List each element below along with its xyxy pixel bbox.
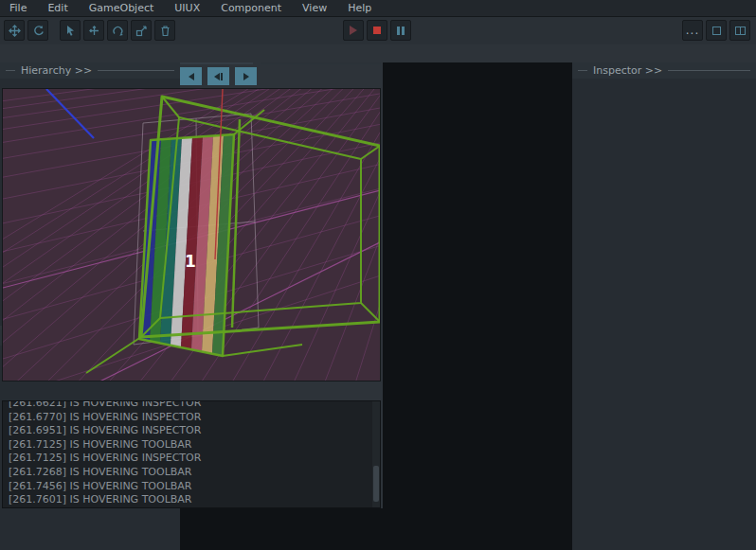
inspector-title: Inspector >> [593, 64, 662, 77]
log-line: [261.6770] IS HOVERING INSPECTOR [9, 411, 374, 425]
scrollbar-thumb[interactable] [373, 466, 379, 502]
menu-file[interactable]: File [9, 2, 27, 14]
log-line: [261.7125] IS HOVERING TOOLBAR [9, 438, 374, 452]
menu-uiux[interactable]: UIUX [174, 2, 200, 14]
center-panel: 800x600 Game Scene Gizmo 2D [0, 44, 383, 508]
console-log[interactable]: [261.6621] IS HOVERING INSPECTOR [261.67… [2, 400, 381, 508]
move-tool-button[interactable] [83, 20, 104, 41]
play-icon [350, 26, 357, 35]
arrow-left-icon [189, 73, 194, 80]
viewport-next-button[interactable] [235, 67, 257, 85]
inspector-header: Inspector >> [572, 62, 756, 79]
pause-icon [397, 27, 405, 35]
log-line: [261.7456] IS HOVERING TOOLBAR [9, 480, 374, 494]
pan-icon [9, 25, 21, 37]
toolbar-right-group: ... [682, 20, 750, 41]
menu-gameobject[interactable]: GameObject [89, 2, 154, 14]
log-line: [261.7125] IS HOVERING INSPECTOR [9, 452, 374, 466]
orbit-icon [32, 25, 45, 37]
scene-3d-view[interactable]: 1 [3, 89, 381, 381]
log-line: [261.6621] IS HOVERING INSPECTOR [9, 400, 374, 411]
toolbar: ... [0, 17, 756, 45]
workspace: Hierarchy >> Scene-dummy.scene GameObjec… [0, 44, 756, 550]
stop-button[interactable] [367, 20, 387, 41]
menu-component[interactable]: Component [221, 2, 281, 14]
playback-controls [343, 20, 411, 41]
log-line: [261.7268] IS HOVERING TOOLBAR [9, 466, 374, 480]
scene-object-label: 1 [185, 252, 196, 271]
pause-button[interactable] [390, 20, 411, 41]
play-button[interactable] [343, 20, 364, 41]
inspector-panel: Inspector >> [572, 62, 756, 550]
rotate-icon [112, 25, 124, 37]
viewport-prev-button[interactable] [180, 67, 202, 85]
menu-help[interactable]: Help [348, 2, 371, 14]
scene-viewport[interactable]: 1 [2, 88, 381, 381]
log-line: [261.7601] IS HOVERING TOOLBAR [9, 493, 374, 507]
log-lines: [261.6621] IS HOVERING INSPECTOR [261.67… [3, 400, 380, 507]
console-scrollbar[interactable] [372, 401, 380, 507]
arrow-left-icon [214, 73, 220, 80]
viewport-center-button[interactable] [207, 67, 229, 85]
select-tool-button[interactable] [60, 20, 81, 41]
split-view-button[interactable] [729, 20, 750, 41]
menu-view[interactable]: View [302, 2, 327, 14]
hierarchy-title: Hierarchy >> [21, 64, 92, 77]
menu-edit[interactable]: Edit [47, 2, 67, 14]
move-icon [88, 25, 100, 37]
pan-tool-button[interactable] [4, 20, 25, 41]
arrow-right-icon [243, 73, 249, 80]
stop-icon [373, 27, 381, 34]
orbit-tool-button[interactable] [27, 20, 48, 41]
pointer-icon [64, 25, 77, 37]
delete-tool-button[interactable] [154, 20, 175, 41]
window-icon [712, 27, 721, 35]
scale-tool-button[interactable] [131, 20, 152, 41]
hierarchy-header: Hierarchy >> [0, 62, 180, 79]
ellipsis-icon: ... [686, 27, 699, 34]
menu-bar: File Edit GameObject UIUX Component View… [0, 0, 756, 17]
rotate-tool-button[interactable] [107, 20, 128, 41]
tool-group [4, 20, 175, 41]
more-options-button[interactable]: ... [682, 20, 703, 41]
log-line: [261.6951] IS HOVERING INSPECTOR [9, 424, 374, 438]
trash-icon [159, 25, 171, 37]
split-view-icon [735, 27, 746, 35]
window-button[interactable] [706, 20, 727, 41]
bar-icon [221, 73, 223, 80]
scale-icon [135, 25, 148, 37]
workspace-strip [0, 44, 756, 62]
